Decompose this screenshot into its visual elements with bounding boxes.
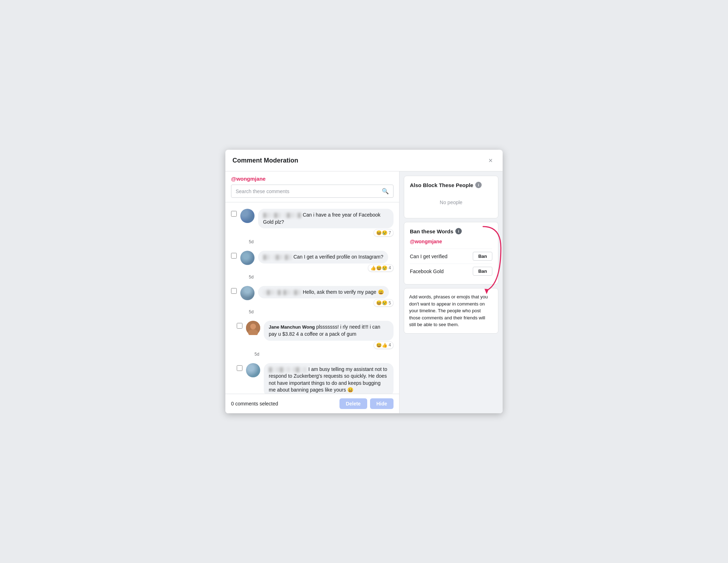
ban-words-title: Ban these Words: [410, 228, 453, 234]
left-panel-header: @wongmjane 🔍: [225, 171, 399, 202]
no-people-text: No people: [410, 192, 492, 212]
comment-time: 5d: [225, 273, 399, 282]
comment-author: Jane Manchun Wong: [269, 324, 316, 330]
reaction-badge: 😆😢 7: [374, 229, 394, 237]
comment-bubble: ▓▒░▓▒ ░▓▒░▓ Can i have a free year of Fa…: [258, 209, 394, 228]
search-button[interactable]: 🔍: [378, 185, 393, 197]
comment-bubble-wrap: Jane Manchun Wong plsssssss! i rly need …: [264, 321, 394, 349]
ban-row: Facebook Gold Ban: [410, 264, 492, 278]
reaction-emojis: 👍😆😢: [370, 265, 387, 271]
tooltip-card: Add words, phrases or emojis that you do…: [404, 288, 498, 334]
reaction-count: 7: [389, 230, 391, 235]
selected-count: 0 comments selected: [231, 401, 278, 407]
comment-time: 5d: [225, 350, 399, 360]
username-label: @wongmjane: [231, 176, 394, 182]
close-button[interactable]: ×: [486, 155, 496, 165]
comment-reactions: 😆👍 4: [264, 341, 394, 349]
comment-text: ░▓▒░▓ ▓▒░▓▒ Hello, ask them to verify my…: [263, 289, 384, 295]
ban-words-header: Ban these Words i: [410, 228, 492, 234]
comment-reactions: 😆😢 5: [258, 299, 394, 307]
info-icon-also-block[interactable]: i: [475, 182, 482, 188]
comment-item: ▓▒ ░▓▒ ▓▒ Can I get a verified profile o…: [225, 247, 399, 273]
comment-text: ▓▒░▓▒ ░▓▒░▓ Can i have a free year of Fa…: [263, 212, 380, 225]
comment-item: ░▓▒░▓ ▓▒░▓▒ Hello, ask them to verify my…: [225, 282, 399, 308]
ban-button[interactable]: Ban: [473, 267, 492, 276]
left-panel: @wongmjane 🔍 ▓▒░▓▒ ░▓▒░▓: [225, 171, 400, 413]
comment-bubble-wrap: ░▓▒░▓ ▓▒░▓▒ Hello, ask them to verify my…: [258, 286, 394, 307]
ban-username: @wongmjane: [410, 239, 492, 244]
reaction-count: 4: [389, 342, 391, 347]
svg-point-1: [250, 324, 256, 329]
reaction-badge: 😆😢 5: [374, 299, 394, 307]
modal-body: @wongmjane 🔍 ▓▒░▓▒ ░▓▒░▓: [225, 171, 503, 413]
ban-phrase: Facebook Gold: [410, 269, 444, 274]
avatar: [240, 251, 255, 265]
search-icon: 🔍: [382, 188, 389, 194]
info-icon-ban-words[interactable]: i: [455, 228, 462, 234]
info-icon-label: i: [458, 229, 459, 233]
comment-text: ▓░▒▓░▒ ▒▓░▒ I am busy telling my assista…: [269, 366, 387, 393]
avatar: [240, 286, 255, 300]
reaction-emojis: 😆👍: [376, 342, 387, 348]
comment-bubble: ▓░▒▓░▒ ▒▓░▒ I am busy telling my assista…: [264, 363, 394, 394]
modal-title: Comment Moderation: [232, 157, 298, 164]
also-block-title: Also Block These People: [410, 182, 473, 188]
avatar: [246, 363, 260, 377]
search-input[interactable]: [231, 186, 378, 197]
avatar: [240, 209, 255, 223]
footer-actions: Delete Hide: [339, 398, 394, 409]
comment-bubble: ░▓▒░▓ ▓▒░▓▒ Hello, ask them to verify my…: [258, 286, 389, 299]
reaction-emojis: 😆😢: [376, 230, 387, 235]
comment-moderation-modal: Comment Moderation × @wongmjane 🔍: [225, 150, 503, 413]
comment-reactions: 😆😢 7: [258, 229, 394, 237]
reaction-count: 4: [389, 265, 391, 270]
tooltip-text: Add words, phrases or emojis that you do…: [409, 294, 488, 327]
reaction-count: 5: [389, 301, 391, 306]
hide-button[interactable]: Hide: [370, 398, 394, 409]
comment-checkbox[interactable]: [231, 211, 237, 217]
comment-reactions: 👍😆😢 4: [258, 264, 394, 272]
modal-header: Comment Moderation ×: [225, 150, 503, 171]
comment-time: 5d: [225, 238, 399, 247]
comment-bubble-wrap: ▓▒░▓▒ ░▓▒░▓ Can i have a free year of Fa…: [258, 209, 394, 237]
comment-bubble-wrap: ▓▒ ░▓▒ ▓▒ Can I get a verified profile o…: [258, 251, 394, 272]
ban-phrase: Can I get verified: [410, 254, 448, 259]
comment-time: 5d: [225, 308, 399, 317]
search-box: 🔍: [231, 185, 394, 198]
comment-bubble-wrap: ▓░▒▓░▒ ▒▓░▒ I am busy telling my assista…: [264, 363, 394, 394]
comment-bubble: ▓▒ ░▓▒ ▓▒ Can I get a verified profile o…: [258, 251, 388, 264]
ban-button[interactable]: Ban: [473, 252, 492, 261]
ban-words-card: Ban these Words i @wongmjane Can I get v…: [404, 222, 498, 285]
reaction-badge: 😆👍 4: [374, 341, 394, 349]
comment-checkbox[interactable]: [231, 253, 237, 259]
comment-item: ▓▒░▓▒ ░▓▒░▓ Can i have a free year of Fa…: [225, 205, 399, 238]
comment-item: ▓░▒▓░▒ ▒▓░▒ I am busy telling my assista…: [225, 360, 399, 394]
delete-button[interactable]: Delete: [339, 398, 367, 409]
right-panel: Also Block These People i No people Ban …: [400, 171, 503, 413]
reaction-badge: 👍😆😢 4: [368, 264, 394, 272]
comment-text: ▓▒ ░▓▒ ▓▒ Can I get a verified profile o…: [263, 254, 383, 260]
reaction-emojis: 😆😢: [376, 300, 387, 306]
also-block-card: Also Block These People i No people: [404, 176, 498, 218]
comments-list: ▓▒░▓▒ ░▓▒░▓ Can i have a free year of Fa…: [225, 202, 399, 394]
comment-checkbox[interactable]: [231, 288, 237, 294]
info-icon-label: i: [478, 183, 479, 187]
comment-item: Jane Manchun Wong plsssssss! i rly need …: [225, 317, 399, 350]
avatar: [246, 321, 260, 335]
comment-checkbox[interactable]: [237, 323, 242, 329]
comment-bubble: Jane Manchun Wong plsssssss! i rly need …: [264, 321, 394, 340]
also-block-header: Also Block These People i: [410, 182, 492, 188]
ban-row: Can I get verified Ban: [410, 249, 492, 264]
comment-checkbox[interactable]: [237, 365, 242, 371]
left-panel-footer: 0 comments selected Delete Hide: [225, 394, 399, 413]
